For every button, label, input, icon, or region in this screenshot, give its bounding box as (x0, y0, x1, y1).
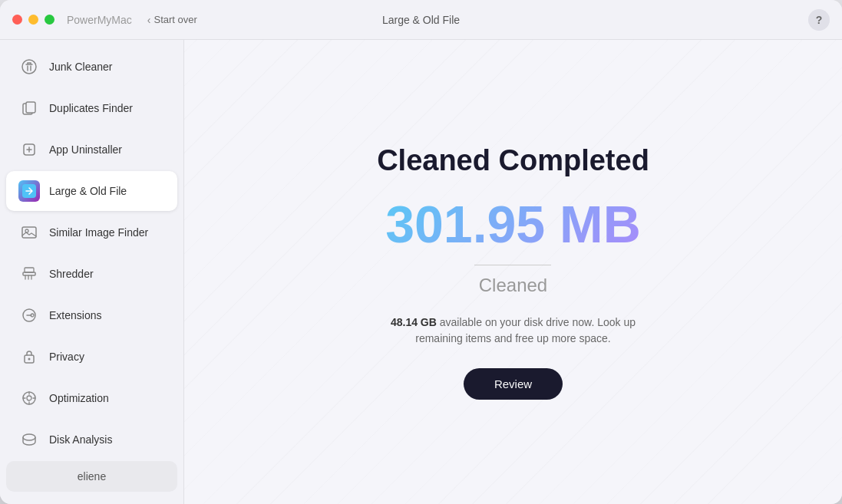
content-area: Cleaned Completed 301.95 MB Cleaned 48.1… (184, 40, 842, 504)
cleaned-title: Cleaned Completed (377, 144, 649, 177)
sidebar-item-similar-image-finder[interactable]: Similar Image Finder (6, 212, 177, 252)
sidebar-item-large-old-file[interactable]: Large & Old File (6, 171, 177, 211)
shredder-icon (18, 263, 40, 285)
app-uninstaller-icon (18, 139, 40, 160)
username-label: eliene (78, 470, 106, 483)
svg-point-0 (22, 60, 36, 74)
traffic-lights (12, 15, 54, 25)
svg-rect-5 (22, 227, 36, 238)
cleaned-amount: 301.95 MB (385, 196, 641, 253)
sidebar-item-large-old-file-label: Large & Old File (49, 185, 127, 197)
sidebar-item-optimization-label: Optimization (49, 392, 109, 404)
sidebar: Junk Cleaner Duplicates Finder (0, 40, 184, 504)
sidebar-item-shredder-label: Shredder (49, 268, 94, 280)
title-bar: PowerMyMac ‹ Start over Large & Old File… (0, 0, 842, 40)
sidebar-item-shredder[interactable]: Shredder (6, 254, 177, 294)
svg-point-12 (28, 358, 31, 361)
app-name: PowerMyMac (67, 14, 132, 26)
disk-info: 48.14 GB available on your disk drive no… (390, 315, 636, 347)
svg-rect-8 (25, 268, 34, 272)
svg-rect-2 (26, 102, 35, 113)
svg-point-10 (31, 314, 34, 317)
chevron-left-icon: ‹ (147, 14, 151, 26)
duplicates-finder-icon (18, 97, 40, 119)
sidebar-item-privacy[interactable]: Privacy (6, 337, 177, 377)
main-content: Junk Cleaner Duplicates Finder (0, 40, 842, 504)
minimize-button[interactable] (28, 15, 38, 25)
start-over-button[interactable]: ‹ Start over (147, 14, 197, 26)
sidebar-item-junk-cleaner[interactable]: Junk Cleaner (6, 47, 177, 87)
divider (474, 265, 551, 265)
sidebar-item-extensions[interactable]: Extensions (6, 295, 177, 335)
svg-point-14 (27, 396, 31, 400)
result-container: Cleaned Completed 301.95 MB Cleaned 48.1… (377, 144, 649, 400)
sidebar-item-app-uninstaller[interactable]: App Uninstaller (6, 130, 177, 170)
svg-point-15 (23, 434, 35, 440)
svg-point-6 (25, 229, 28, 232)
close-button[interactable] (12, 15, 22, 25)
sidebar-item-disk-analysis-label: Disk Analysis (49, 433, 112, 446)
disk-description: available on your disk drive now. Look u… (415, 316, 636, 344)
sidebar-item-extensions-label: Extensions (49, 309, 101, 321)
sidebar-item-similar-image-finder-label: Similar Image Finder (49, 226, 148, 239)
user-section[interactable]: eliene (6, 461, 177, 492)
sidebar-item-junk-cleaner-label: Junk Cleaner (49, 61, 113, 73)
sidebar-item-duplicates-finder[interactable]: Duplicates Finder (6, 88, 177, 128)
similar-image-finder-icon (18, 222, 40, 243)
large-old-file-icon (18, 180, 40, 202)
cleaned-label: Cleaned (479, 275, 547, 296)
disk-analysis-icon (18, 429, 40, 450)
sidebar-item-app-uninstaller-label: App Uninstaller (49, 143, 122, 156)
privacy-icon (18, 346, 40, 367)
start-over-label: Start over (154, 14, 196, 25)
junk-cleaner-icon (18, 56, 40, 77)
app-window: PowerMyMac ‹ Start over Large & Old File… (0, 0, 842, 504)
maximize-button (45, 15, 54, 25)
sidebar-item-disk-analysis[interactable]: Disk Analysis (6, 420, 177, 460)
sidebar-item-privacy-label: Privacy (49, 351, 84, 363)
help-button[interactable]: ? (808, 9, 830, 31)
extensions-icon (18, 305, 40, 326)
page-title: Large & Old File (382, 14, 460, 26)
optimization-icon (18, 387, 40, 409)
sidebar-item-optimization[interactable]: Optimization (6, 378, 177, 418)
sidebar-item-duplicates-finder-label: Duplicates Finder (49, 102, 133, 114)
help-label: ? (816, 14, 823, 26)
review-button[interactable]: Review (464, 368, 563, 400)
disk-space: 48.14 GB (391, 316, 437, 328)
